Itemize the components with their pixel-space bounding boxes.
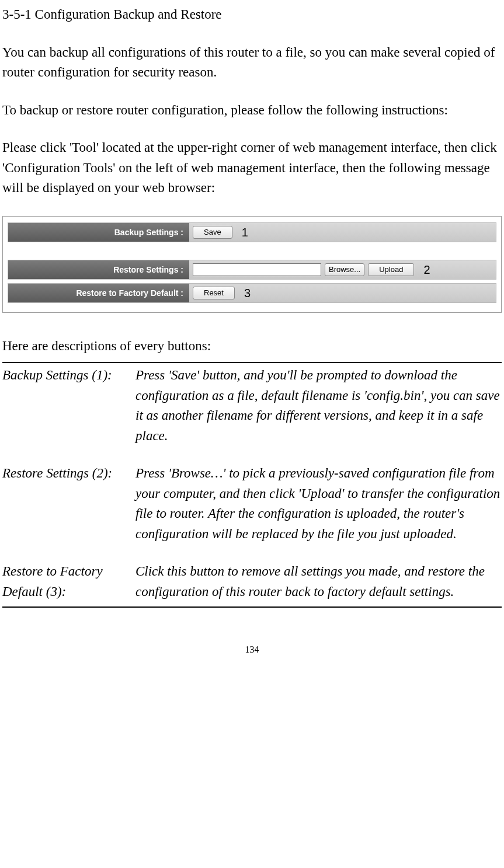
table-spacer (2, 446, 502, 463)
section-title: 3-5-1 Configuration Backup and Restore (2, 5, 502, 25)
upload-button[interactable]: Upload (368, 263, 414, 276)
restore-settings-label: Restore Settings : (8, 260, 189, 279)
def-factory: Click this button to remove all settings… (135, 562, 502, 602)
callout-3: 3 (238, 284, 251, 302)
intro-paragraph-3: Please click 'Tool' located at the upper… (2, 138, 502, 198)
callout-1: 1 (236, 224, 248, 241)
descriptions-table: Backup Settings (1): Press 'Save' button… (2, 365, 502, 602)
browse-button[interactable]: Browse... (325, 263, 364, 276)
table-row: Backup Settings (1): Press 'Save' button… (2, 365, 502, 446)
config-tools-screenshot: Backup Settings : Save 1 Restore Setting… (2, 216, 502, 313)
factory-default-row: Restore to Factory Default : Reset 3 (8, 283, 496, 303)
term-factory: Restore to Factory Default (3): (2, 562, 135, 602)
callout-2: 2 (418, 261, 430, 278)
table-spacer (2, 544, 502, 562)
table-row: Restore Settings (2): Press 'Browse…' to… (2, 463, 502, 544)
divider-bottom (2, 606, 502, 608)
factory-default-label: Restore to Factory Default : (8, 284, 189, 302)
intro-paragraph-1: You can backup all configurations of thi… (2, 43, 502, 83)
page-number: 134 (2, 643, 502, 657)
reset-button[interactable]: Reset (193, 287, 235, 299)
backup-settings-row: Backup Settings : Save 1 (8, 222, 496, 242)
def-backup: Press 'Save' button, and you'll be promp… (135, 365, 502, 446)
descriptions-intro: Here are descriptions of every buttons: (2, 336, 502, 357)
divider-top (2, 362, 502, 363)
term-backup: Backup Settings (1): (2, 365, 135, 446)
row-gap (8, 246, 496, 256)
backup-settings-label: Backup Settings : (8, 223, 189, 242)
restore-settings-row: Restore Settings : Browse... Upload 2 (8, 260, 496, 280)
def-restore: Press 'Browse…' to pick a previously-sav… (135, 463, 502, 544)
save-button[interactable]: Save (193, 226, 232, 239)
restore-file-input[interactable] (193, 263, 321, 276)
intro-paragraph-2: To backup or restore router configuratio… (2, 100, 502, 121)
term-restore: Restore Settings (2): (2, 463, 135, 544)
table-row: Restore to Factory Default (3): Click th… (2, 562, 502, 602)
